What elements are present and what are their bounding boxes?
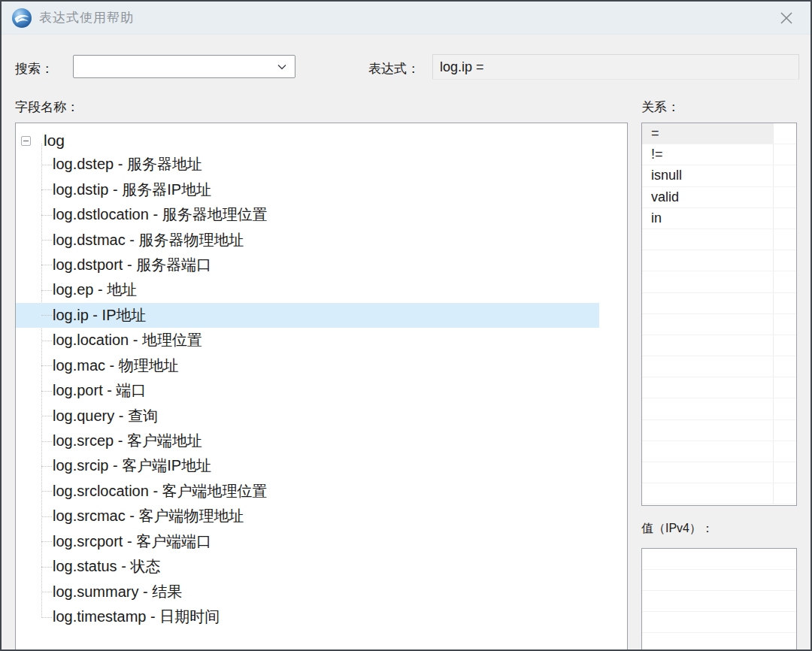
relation-row-side-cell xyxy=(774,250,796,271)
relation-empty-row xyxy=(642,250,796,271)
chevron-down-icon[interactable] xyxy=(277,62,287,71)
expression-field[interactable]: log.ip = xyxy=(432,54,799,80)
value-label: 值（IPv4）： xyxy=(641,521,714,537)
relation-empty-row xyxy=(642,335,796,356)
expression-help-dialog: 表达式使用帮助 搜索： 表达式： log.ip = 字段名称： log log.… xyxy=(0,0,812,651)
tree-item[interactable]: log.dstmac - 服务器物理地址 xyxy=(16,227,627,252)
tree-item-label: log.ip - IP地址 xyxy=(53,305,146,326)
tree-item[interactable]: log.dstlocation - 服务器地理位置 xyxy=(16,202,627,227)
relation-option-row[interactable]: in xyxy=(642,208,796,229)
relation-option-label xyxy=(642,377,774,398)
relation-option-label: != xyxy=(642,144,774,165)
relation-option-row[interactable]: = xyxy=(642,123,796,144)
relation-row-side-cell xyxy=(774,187,796,208)
relation-empty-row xyxy=(642,483,796,504)
tree-item-label: log.dstep - 服务器地址 xyxy=(53,154,202,174)
tree-item[interactable]: log.srcmac - 客户端物理地址 xyxy=(16,504,627,528)
relation-option-row[interactable]: valid xyxy=(642,187,796,208)
tree-item[interactable]: log.dstip - 服务器IP地址 xyxy=(16,177,627,201)
relation-row-side-cell xyxy=(774,165,796,186)
relation-option-label xyxy=(642,483,774,504)
relation-row-side-cell xyxy=(774,441,796,462)
tree-item-label: log.ep - 地址 xyxy=(53,280,137,300)
relation-option-label xyxy=(642,314,774,335)
relation-row-side-cell xyxy=(774,229,796,250)
collapse-minus-icon[interactable] xyxy=(21,136,31,146)
tree-item-label: log.srclocation - 客户端地理位置 xyxy=(53,481,268,501)
search-label: 搜索： xyxy=(15,60,53,77)
tree-item[interactable]: log.srclocation - 客户端地理位置 xyxy=(16,479,627,504)
tree-item-label: log.dstlocation - 服务器地理位置 xyxy=(53,204,268,225)
tree-item-label: log.port - 端口 xyxy=(53,380,146,401)
relation-row-side-cell xyxy=(774,462,796,483)
search-input[interactable] xyxy=(74,56,295,77)
tree-item-label: log.dstport - 服务器端口 xyxy=(53,255,211,275)
relation-row-side-cell xyxy=(774,398,796,419)
tree-item-label: log.summary - 结果 xyxy=(53,582,182,602)
relation-option-label: = xyxy=(642,123,774,144)
value-empty-row xyxy=(642,549,796,570)
relations-label: 关系： xyxy=(641,98,680,116)
tree-item[interactable]: log.mac - 物理地址 xyxy=(16,353,627,378)
relation-empty-row xyxy=(642,420,796,441)
tree-item-label: log.status - 状态 xyxy=(53,556,160,577)
tree-item[interactable]: log.query - 查询 xyxy=(16,403,627,428)
tree-item[interactable]: log.location - 地理位置 xyxy=(16,328,627,353)
tree-item-label: log.srcmac - 客户端物理地址 xyxy=(53,506,244,526)
tree-item[interactable]: log.dstep - 服务器地址 xyxy=(16,152,627,177)
relation-option-label: valid xyxy=(642,187,774,208)
relation-row-side-cell xyxy=(774,271,796,292)
tree-item[interactable]: log.srcip - 客户端IP地址 xyxy=(16,453,627,478)
tree-item[interactable]: log.dstport - 服务器端口 xyxy=(16,253,627,277)
relation-row-side-cell xyxy=(774,420,796,441)
field-names-label: 字段名称： xyxy=(15,98,79,116)
tree-item[interactable]: log.ip - IP地址 xyxy=(16,303,599,328)
expression-value: log.ip = xyxy=(440,59,484,75)
relation-empty-row xyxy=(642,398,796,419)
tree-item[interactable]: log.summary - 结果 xyxy=(16,579,627,604)
relation-option-label xyxy=(642,250,774,271)
relation-option-label xyxy=(642,420,774,441)
relation-empty-row xyxy=(642,314,796,335)
relation-empty-row xyxy=(642,462,796,483)
relation-row-side-cell xyxy=(774,293,796,314)
relation-option-row[interactable]: isnull xyxy=(642,165,796,186)
tree-item-label: log.srcip - 客户端IP地址 xyxy=(53,456,211,476)
tree-item[interactable]: log.timestamp - 日期时间 xyxy=(16,604,627,629)
tree-root-label: log xyxy=(44,132,65,150)
tree-item[interactable]: log.srcport - 客户端端口 xyxy=(16,529,627,554)
relation-option-label: isnull xyxy=(642,165,774,186)
close-button[interactable] xyxy=(770,3,803,33)
relation-empty-row xyxy=(642,356,796,377)
tree-item-label: log.location - 地理位置 xyxy=(53,330,202,350)
relation-row-side-cell xyxy=(774,314,796,335)
relation-option-row[interactable]: != xyxy=(642,144,796,165)
relation-empty-row xyxy=(642,293,796,314)
tree-item-label: log.dstmac - 服务器物理地址 xyxy=(53,230,244,250)
relation-row-side-cell xyxy=(774,123,796,144)
value-empty-row xyxy=(642,570,796,591)
tree-item-label: log.dstip - 服务器IP地址 xyxy=(53,180,211,200)
relation-row-side-cell xyxy=(774,377,796,398)
relation-row-side-cell xyxy=(774,208,796,229)
tree-item[interactable]: log.ep - 地址 xyxy=(16,277,627,302)
app-logo-icon xyxy=(11,8,32,29)
field-tree: log log.dstep - 服务器地址log.dstip - 服务器IP地址… xyxy=(15,123,628,651)
relation-list: =!=isnullvalidin xyxy=(641,123,797,506)
value-empty-row xyxy=(642,633,796,651)
value-empty-row xyxy=(642,612,796,633)
value-empty-row xyxy=(642,591,796,612)
tree-item[interactable]: log.srcep - 客户端地址 xyxy=(16,428,627,453)
tree-item[interactable]: log.status - 状态 xyxy=(16,554,627,579)
search-combobox[interactable] xyxy=(73,55,295,78)
relation-option-label: in xyxy=(642,208,774,229)
tree-item[interactable]: log.port - 端口 xyxy=(16,378,627,403)
tree-root-row[interactable]: log xyxy=(16,129,627,152)
relation-option-label xyxy=(642,441,774,462)
relation-row-side-cell xyxy=(774,335,796,356)
relation-row-side-cell xyxy=(774,144,796,165)
relation-option-label xyxy=(642,356,774,377)
relation-row-side-cell xyxy=(774,483,796,504)
value-list[interactable] xyxy=(641,548,797,651)
tree-item-label: log.timestamp - 日期时间 xyxy=(53,607,220,627)
